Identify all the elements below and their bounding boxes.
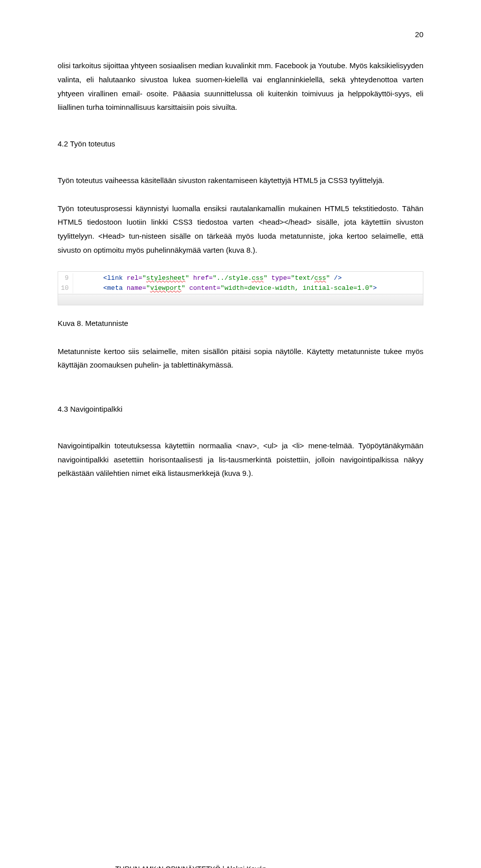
section-heading-4-2: 4.2 Työn toteutus bbox=[58, 137, 423, 151]
code-line: 9 <link rel="stylesheet" href="../style.… bbox=[58, 273, 423, 283]
line-number: 9 bbox=[58, 273, 73, 283]
section-heading-4-3: 4.3 Navigointipalkki bbox=[58, 402, 423, 416]
body-paragraph: olisi tarkoitus sijoittaa yhtyeen sosiaa… bbox=[58, 59, 423, 114]
body-paragraph: Työn toteutus vaiheessa käsitellään sivu… bbox=[58, 173, 423, 188]
body-paragraph: Metatunniste kertoo siis selaimelle, mit… bbox=[58, 344, 423, 373]
page-footer: TURUN AMK:N OPINNÄYTETYÖ | Aleksi Kavén bbox=[115, 865, 267, 868]
body-paragraph: Työn toteutusprosessi käynnistyi luomall… bbox=[58, 202, 423, 257]
code-line: 10 <meta name="viewport" content="width=… bbox=[58, 283, 423, 293]
figure-caption: Kuva 8. Metatunniste bbox=[58, 316, 423, 330]
body-paragraph: Navigointipalkin toteutuksessa käytettii… bbox=[58, 439, 423, 480]
code-toolbar bbox=[58, 294, 423, 305]
page-number: 20 bbox=[58, 30, 423, 39]
line-number: 10 bbox=[58, 283, 73, 293]
code-screenshot: 9 <link rel="stylesheet" href="../style.… bbox=[58, 271, 423, 305]
